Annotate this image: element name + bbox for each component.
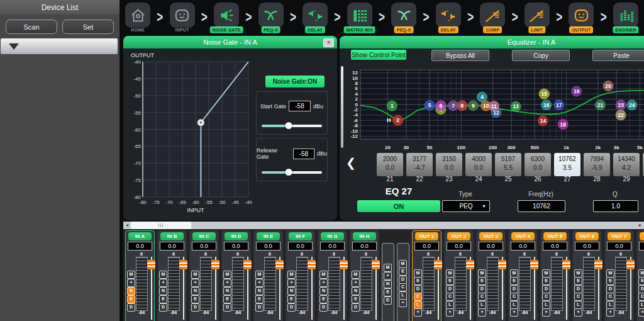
channel-button-c[interactable]: C — [574, 293, 582, 301]
set-button[interactable]: Set — [62, 20, 114, 34]
channel-gain-value[interactable]: 0.0 — [128, 242, 152, 251]
freq-input[interactable]: 10762 — [518, 200, 565, 212]
fader-handle[interactable] — [626, 260, 635, 269]
channel-button-e[interactable]: E — [446, 277, 454, 285]
channel-button-l[interactable]: L — [510, 301, 518, 309]
channel-button-m[interactable]: M — [510, 269, 518, 278]
channel-gain-value[interactable]: 0.0 — [479, 242, 503, 251]
scan-button[interactable]: Scan — [6, 20, 57, 34]
channel-gain-value[interactable]: 0.0 — [192, 242, 216, 251]
channel-button-m[interactable]: M — [352, 271, 360, 279]
channel-button-c[interactable]: C — [510, 293, 518, 301]
fader-handle[interactable] — [147, 260, 155, 269]
fader-handle[interactable] — [562, 260, 570, 269]
channel-button-m[interactable]: M — [574, 269, 582, 278]
fader-handle[interactable] — [594, 260, 602, 269]
start-gate-value[interactable]: -58 — [289, 101, 311, 111]
channel-button-c[interactable]: C — [542, 293, 550, 301]
fader-handle[interactable] — [340, 260, 348, 269]
channel-button-m[interactable]: M — [223, 271, 231, 279]
channel-button-e[interactable]: E — [384, 288, 392, 296]
channel-button-m[interactable]: M — [159, 271, 167, 279]
channel-button-d[interactable]: D — [574, 285, 582, 293]
channel-button-plus[interactable]: + — [287, 279, 296, 287]
channel-button-e[interactable]: E — [574, 277, 582, 285]
channel-button-plus[interactable]: + — [352, 279, 360, 287]
channel-button-e[interactable]: E — [223, 295, 231, 303]
channel-button-m[interactable]: M — [606, 269, 614, 278]
channel-button-l[interactable]: L — [414, 301, 422, 309]
channel-button-d[interactable]: D — [399, 276, 407, 284]
band-scroll-left-icon[interactable]: ❮ — [346, 155, 356, 170]
channel-button-e[interactable]: E — [542, 277, 550, 285]
start-gate-slider-thumb[interactable] — [286, 122, 292, 129]
channel-gain-value[interactable]: 0.0 — [414, 242, 439, 251]
copy-button[interactable]: Copy — [512, 50, 570, 61]
channel-button-c[interactable]: C — [478, 293, 486, 301]
show-control-point-button[interactable]: Show Control Point — [351, 50, 406, 60]
channel-label[interactable]: OUT 6 — [575, 232, 599, 240]
channel-gain-value[interactable]: 0.0 — [575, 242, 599, 251]
channel-strip-in-b[interactable]: IN B0.0M+NED6-64 — [157, 230, 187, 321]
channel-strip-in-f[interactable]: IN F0.0M+NED6-64 — [286, 230, 315, 321]
channel-button-e[interactable]: E — [638, 277, 644, 285]
channel-gain-value[interactable]: 0.0 — [447, 242, 471, 251]
scroll-left-icon[interactable]: ◄ — [123, 222, 131, 229]
toolbar-item-delay-output[interactable]: DELAY — [433, 1, 464, 35]
channel-button-m[interactable]: M — [255, 271, 264, 279]
fader-handle[interactable] — [434, 260, 442, 269]
eq-band-cell-24[interactable]: 40000.0 — [465, 153, 492, 176]
eq-band-on-button[interactable]: ON — [357, 200, 440, 212]
fader-handle[interactable] — [179, 260, 187, 269]
channel-button-d[interactable]: D — [638, 285, 644, 293]
channel-button-e[interactable]: E — [159, 295, 167, 303]
close-icon[interactable]: ✕ — [323, 38, 334, 47]
fader-handle[interactable] — [275, 260, 284, 269]
eq-band-cell-25[interactable]: 51975.5 — [495, 153, 521, 176]
channel-button-e[interactable]: E — [478, 277, 486, 285]
channel-button-plus[interactable]: + — [223, 279, 231, 287]
channel-button-c[interactable]: C — [606, 293, 614, 301]
channel-button-n[interactable]: N — [352, 287, 360, 295]
channel-button-m[interactable]: M — [478, 269, 486, 278]
toolbar-item-peq-x-input[interactable]: PEQ-X — [255, 1, 287, 35]
channel-button-c[interactable]: C — [446, 293, 454, 301]
channel-strip-out-5[interactable]: OUT 50.0MEDCL+6-64 — [540, 230, 570, 321]
fader-handle[interactable] — [308, 260, 316, 269]
channel-button-plus[interactable]: + — [384, 272, 392, 280]
channel-gain-value[interactable]: 0.0 — [320, 242, 345, 251]
channel-button-d[interactable]: D — [446, 285, 454, 293]
channel-button-c[interactable]: C — [399, 283, 407, 291]
fader-handle[interactable] — [466, 260, 474, 269]
toolbar-item-input[interactable]: INPUT — [167, 1, 198, 35]
channel-button-plus[interactable]: + — [255, 279, 264, 287]
channel-button-e[interactable]: E — [255, 295, 264, 303]
channel-button-l[interactable]: L — [574, 301, 582, 309]
release-gate-slider[interactable] — [262, 171, 322, 174]
channel-label[interactable]: IN E — [257, 232, 280, 240]
channel-button-d[interactable]: D — [542, 285, 550, 293]
channel-strip-in-d[interactable]: IN D0.0M+NED6-64 — [221, 230, 251, 321]
channel-button-e[interactable]: E — [127, 295, 135, 303]
channel-label[interactable]: OUT 2 — [447, 232, 470, 240]
channel-button-plus[interactable]: + — [191, 279, 199, 287]
channel-button-d[interactable]: D — [414, 285, 422, 293]
channel-gain-value[interactable]: 0.0 — [224, 242, 248, 251]
channel-button-m[interactable]: M — [542, 269, 550, 278]
scrollbar-thumb[interactable] — [131, 222, 191, 229]
channel-button-n[interactable]: N — [223, 287, 231, 295]
channel-button-l[interactable]: L — [399, 291, 407, 300]
channel-button-n[interactable]: N — [255, 287, 264, 295]
toolbar-item-home[interactable]: HOME — [122, 1, 153, 35]
channel-button-m[interactable]: M — [446, 269, 454, 278]
channel-strip-out-6[interactable]: OUT 60.0MEDCL+6-64 — [572, 230, 602, 321]
eq-band-cell-21[interactable]: 20000.0 — [377, 153, 403, 176]
channel-strip-in-g[interactable]: IN G0.0M+NED6-64 — [318, 230, 347, 321]
channel-button-n[interactable]: N — [384, 280, 392, 288]
channel-button-e[interactable]: E — [191, 295, 199, 303]
channel-gain-value[interactable]: 0.0 — [288, 242, 313, 251]
channel-button-m[interactable]: M — [319, 271, 328, 279]
channel-gain-value[interactable]: 0.0 — [511, 242, 535, 251]
channel-label[interactable]: IN F — [289, 232, 312, 240]
channel-button-n[interactable]: N — [319, 287, 328, 295]
